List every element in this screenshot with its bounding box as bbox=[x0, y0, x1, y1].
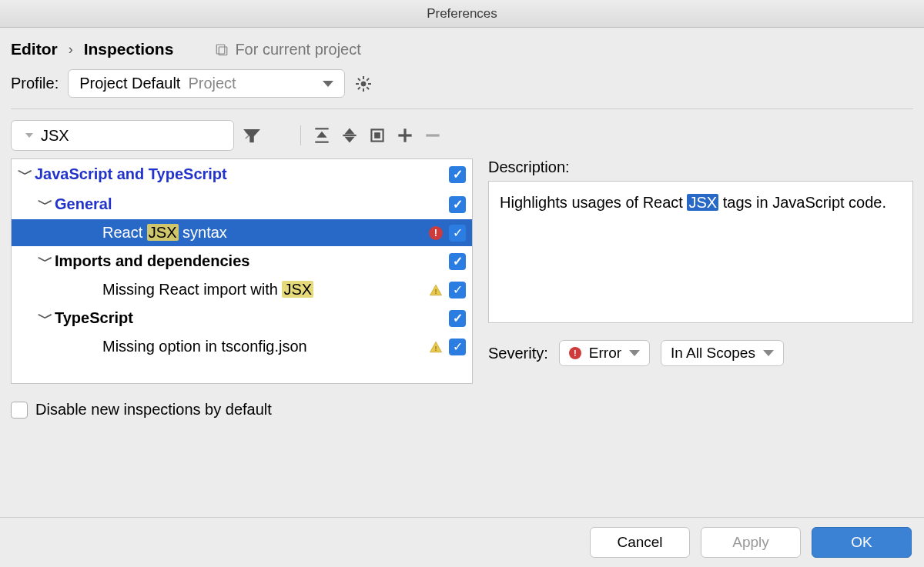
svg-rect-0 bbox=[217, 45, 226, 54]
tree-label: JavaScript and TypeScript bbox=[35, 165, 227, 183]
scope-label: For current project bbox=[235, 41, 360, 58]
svg-line-8 bbox=[367, 87, 370, 89]
svg-marker-15 bbox=[318, 132, 326, 138]
tree-label: General bbox=[55, 195, 112, 213]
svg-line-7 bbox=[358, 78, 360, 80]
error-icon: ! bbox=[569, 347, 581, 359]
disable-new-label: Disable new inspections by default bbox=[35, 401, 272, 419]
chevron-down-icon: ﹀ bbox=[18, 164, 28, 185]
profile-select[interactable]: Project Default Project bbox=[68, 69, 345, 98]
checkbox-checked[interactable]: ✓ bbox=[449, 166, 466, 183]
disable-new-checkbox[interactable] bbox=[11, 402, 28, 419]
remove-icon[interactable] bbox=[423, 125, 443, 145]
chevron-down-icon: ﹀ bbox=[38, 308, 49, 329]
tree-label: React JSX syntax bbox=[102, 224, 227, 242]
svg-text:!: ! bbox=[435, 344, 437, 352]
profile-label: Profile: bbox=[11, 75, 59, 92]
breadcrumb-editor[interactable]: Editor bbox=[11, 40, 58, 58]
dialog-footer: Cancel Apply OK bbox=[0, 517, 924, 567]
checkbox-checked[interactable]: ✓ bbox=[449, 253, 466, 270]
tree-node-imports[interactable]: ﹀ Imports and dependencies ✓ bbox=[12, 246, 472, 276]
chevron-right-icon: › bbox=[69, 42, 73, 58]
description-text: Highlights usages of React JSX tags in J… bbox=[488, 181, 913, 323]
svg-marker-13 bbox=[244, 129, 259, 142]
severity-select[interactable]: ! Error bbox=[559, 340, 650, 366]
tree-label: Missing option in tsconfig.json bbox=[102, 338, 307, 355]
svg-point-2 bbox=[361, 82, 366, 86]
search-field[interactable] bbox=[39, 126, 237, 145]
scope-select[interactable]: In All Scopes bbox=[661, 340, 784, 366]
tree-node-js-ts[interactable]: ﹀ JavaScript and TypeScript ✓ bbox=[12, 159, 472, 189]
cancel-button[interactable]: Cancel bbox=[590, 527, 690, 558]
toolbar-separator bbox=[300, 125, 301, 145]
svg-marker-19 bbox=[346, 137, 354, 142]
chevron-down-icon bbox=[763, 350, 774, 356]
breadcrumb-inspections[interactable]: Inspections bbox=[84, 40, 174, 58]
chevron-down-icon bbox=[629, 350, 640, 356]
severity-value: Error bbox=[589, 345, 621, 362]
svg-text:!: ! bbox=[435, 287, 437, 295]
expand-all-icon[interactable] bbox=[312, 125, 332, 145]
gear-icon[interactable] bbox=[354, 75, 373, 93]
add-icon[interactable] bbox=[395, 125, 415, 145]
profile-selected-scope: Project bbox=[188, 75, 236, 92]
project-scope-icon bbox=[215, 42, 229, 56]
apply-button[interactable]: Apply bbox=[701, 527, 801, 558]
breadcrumb: Editor › Inspections For current project bbox=[11, 37, 913, 69]
window-title: Preferences bbox=[0, 0, 924, 28]
ok-button[interactable]: OK bbox=[812, 527, 912, 558]
chevron-down-icon: ﹀ bbox=[38, 194, 49, 215]
description-label: Description: bbox=[488, 158, 913, 176]
svg-line-9 bbox=[358, 87, 360, 89]
error-icon: ! bbox=[429, 226, 443, 240]
checkbox-checked[interactable]: ✓ bbox=[449, 196, 466, 213]
search-input[interactable]: ✕ bbox=[11, 120, 234, 151]
tree-label: Missing React import with JSX bbox=[102, 281, 313, 299]
chevron-down-icon: ﹀ bbox=[38, 251, 49, 272]
svg-line-10 bbox=[367, 78, 370, 80]
tree-label: TypeScript bbox=[55, 309, 133, 327]
scope-value: In All Scopes bbox=[671, 345, 755, 362]
tree-node-missing-import[interactable]: Missing React import with JSX ! ✓ bbox=[12, 276, 472, 303]
profile-selected-name: Project Default bbox=[79, 75, 180, 92]
search-history-icon[interactable] bbox=[25, 133, 33, 138]
divider bbox=[11, 108, 913, 109]
tree-label: Imports and dependencies bbox=[55, 252, 249, 270]
reset-icon[interactable] bbox=[367, 125, 387, 145]
tree-node-missing-tsconfig[interactable]: Missing option in tsconfig.json ! ✓ bbox=[12, 333, 472, 360]
tree-node-typescript[interactable]: ﹀ TypeScript ✓ bbox=[12, 303, 472, 333]
checkbox-checked[interactable]: ✓ bbox=[449, 339, 466, 355]
checkbox-checked[interactable]: ✓ bbox=[449, 225, 466, 242]
tree-node-react-jsx-syntax[interactable]: React JSX syntax ! ✓ bbox=[12, 219, 472, 246]
tree-node-general[interactable]: ﹀ General ✓ bbox=[12, 189, 472, 219]
warning-icon: ! bbox=[429, 283, 443, 297]
inspection-tree[interactable]: ﹀ JavaScript and TypeScript ✓ ﹀ General … bbox=[11, 158, 473, 384]
checkbox-checked[interactable]: ✓ bbox=[449, 282, 466, 299]
chevron-down-icon bbox=[323, 81, 333, 87]
checkbox-checked[interactable]: ✓ bbox=[449, 310, 466, 327]
svg-marker-17 bbox=[346, 128, 354, 134]
svg-rect-21 bbox=[375, 133, 380, 138]
collapse-all-icon[interactable] bbox=[340, 125, 360, 145]
severity-label: Severity: bbox=[488, 345, 548, 362]
filter-icon[interactable] bbox=[242, 125, 262, 145]
warning-icon: ! bbox=[429, 340, 443, 354]
